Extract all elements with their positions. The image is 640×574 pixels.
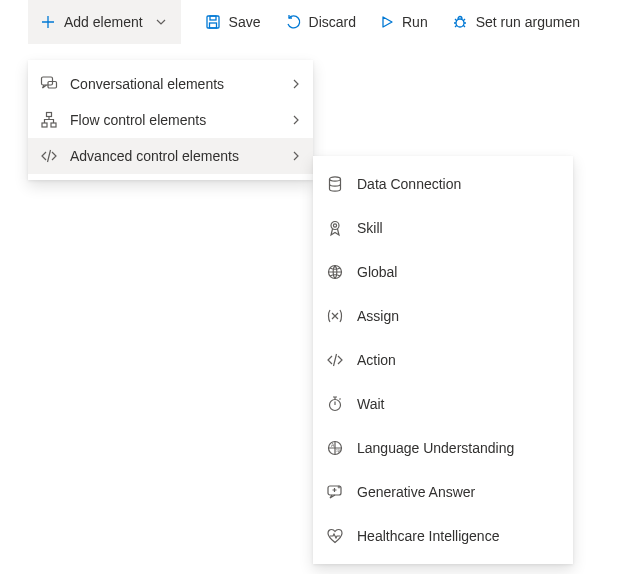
menu-item-label: Wait [357, 396, 561, 412]
menu-item-generative-answer[interactable]: Generative Answer [313, 470, 573, 514]
menu-item-assign[interactable]: Assign [313, 294, 573, 338]
chevron-right-icon [291, 112, 301, 128]
menu-item-label: Global [357, 264, 561, 280]
menu-item-conversational-elements[interactable]: Conversational elements [28, 66, 313, 102]
chevron-right-icon [291, 148, 301, 164]
menu-item-global[interactable]: Global [313, 250, 573, 294]
menu-item-action[interactable]: Action [313, 338, 573, 382]
sparkle-chat-icon [325, 483, 345, 501]
database-icon [325, 175, 345, 193]
menu-item-label: Generative Answer [357, 484, 561, 500]
undo-icon [285, 14, 301, 30]
stopwatch-icon [325, 395, 345, 413]
discard-button[interactable]: Discard [273, 0, 368, 44]
set-run-arguments-button[interactable]: Set run argumen [440, 0, 592, 44]
svg-rect-6 [47, 113, 52, 117]
translate-icon: A 字 [325, 439, 345, 457]
chevron-down-icon [155, 16, 167, 28]
svg-rect-1 [210, 16, 216, 20]
add-element-menu: Conversational elements Flow control ele… [28, 60, 313, 180]
advanced-control-submenu: Data Connection Skill Global [313, 156, 573, 564]
award-icon [325, 219, 345, 237]
menu-item-healthcare-intelligence[interactable]: Healthcare Intelligence [313, 514, 573, 558]
menu-item-label: Assign [357, 308, 561, 324]
svg-point-11 [333, 224, 336, 227]
variable-icon [325, 307, 345, 325]
globe-icon [325, 263, 345, 281]
heart-pulse-icon [325, 527, 345, 545]
svg-point-10 [331, 222, 339, 230]
menu-item-label: Advanced control elements [70, 148, 279, 164]
chevron-right-icon [291, 76, 301, 92]
code-icon [40, 147, 58, 165]
code-icon [325, 351, 345, 369]
svg-rect-0 [207, 16, 219, 28]
add-element-label: Add element [64, 14, 143, 30]
svg-text:字: 字 [336, 448, 341, 454]
svg-rect-8 [51, 123, 56, 127]
set-run-arguments-label: Set run argumen [476, 14, 580, 30]
bug-icon [452, 14, 468, 30]
menu-item-label: Data Connection [357, 176, 561, 192]
menu-item-wait[interactable]: Wait [313, 382, 573, 426]
chat-icon [40, 75, 58, 93]
menu-item-label: Skill [357, 220, 561, 236]
svg-text:A: A [331, 442, 335, 448]
toolbar: Add element Save Discard Run [0, 0, 640, 44]
run-button[interactable]: Run [368, 0, 440, 44]
menu-item-label: Healthcare Intelligence [357, 528, 561, 544]
save-label: Save [229, 14, 261, 30]
menu-item-language-understanding[interactable]: A 字 Language Understanding [313, 426, 573, 470]
svg-rect-2 [209, 23, 216, 28]
menu-item-label: Flow control elements [70, 112, 279, 128]
menu-item-advanced-control-elements[interactable]: Advanced control elements [28, 138, 313, 174]
svg-point-9 [330, 177, 341, 181]
play-icon [380, 15, 394, 29]
flow-icon [40, 111, 58, 129]
discard-label: Discard [309, 14, 356, 30]
svg-point-3 [456, 19, 464, 27]
menu-item-data-connection[interactable]: Data Connection [313, 162, 573, 206]
plus-icon [40, 14, 56, 30]
svg-rect-7 [42, 123, 47, 127]
run-label: Run [402, 14, 428, 30]
menu-item-flow-control-elements[interactable]: Flow control elements [28, 102, 313, 138]
add-element-button[interactable]: Add element [28, 0, 181, 44]
menu-item-label: Action [357, 352, 561, 368]
menu-item-label: Conversational elements [70, 76, 279, 92]
menu-item-skill[interactable]: Skill [313, 206, 573, 250]
save-icon [205, 14, 221, 30]
save-button[interactable]: Save [193, 0, 273, 44]
menu-item-label: Language Understanding [357, 440, 561, 456]
